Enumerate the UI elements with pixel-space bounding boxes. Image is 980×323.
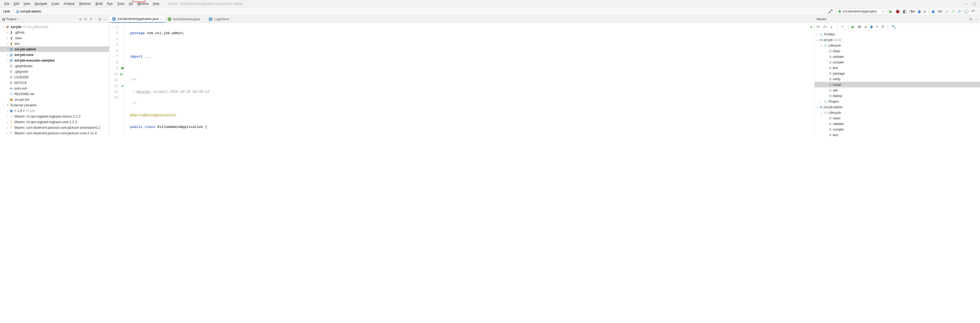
stop-icon[interactable]: ■ — [924, 10, 926, 14]
tree-folder-idea[interactable]: ›▮.idea — [0, 35, 109, 41]
debug-icon[interactable]: 🐞 — [895, 9, 900, 14]
reload-icon[interactable]: ⟳ — [817, 25, 820, 29]
close-icon[interactable]: × — [202, 17, 203, 21]
tree-jdk[interactable]: ›▣< 1.8 >D:\jdk — [0, 108, 109, 114]
maven-goal-validate[interactable]: ✿validate — [815, 121, 980, 127]
maven-root[interactable]: ⌄mxxl-job(root) — [815, 37, 980, 43]
maven-goal-validate[interactable]: ✿validate — [815, 54, 980, 59]
editor-tab-login-service[interactable]: C LoginServi — [206, 16, 232, 23]
maven-plugins[interactable]: ›🗀Plugins — [815, 98, 980, 104]
tree-folder-github[interactable]: ›▮.github — [0, 30, 109, 35]
maven-goal-site[interactable]: ✿site — [815, 87, 980, 93]
code-content[interactable]: package com.xxl.job.admin; import ... /*… — [125, 23, 814, 136]
build-icon[interactable]: 🔨 — [828, 9, 833, 14]
project-tree[interactable]: ⌄▣ xxl-job D:\xxl_job\xxl-job ›▮.github … — [0, 23, 109, 136]
run-icon[interactable]: ▶ — [889, 9, 892, 14]
tree-lib[interactable]: ›⫴Maven: ch.qos.logback:logback-core:1.2… — [0, 119, 109, 125]
maven-goal-verify[interactable]: ✿verify — [815, 76, 980, 82]
menu-file[interactable]: FFileile — [2, 0, 11, 8]
tree-file-iml[interactable]: ▣xxl-job.iml — [0, 97, 109, 102]
tree-file-notice[interactable]: 🗎NOTICE — [0, 80, 109, 86]
generate-sources-icon[interactable]: 🗀 — [823, 25, 827, 29]
run-config-selector[interactable]: ⬢ XxlJobAdminApplication ▾ — [836, 8, 887, 14]
download-sources-icon[interactable]: ⤓ — [830, 25, 833, 29]
maven-goal-install[interactable]: ✿install — [815, 82, 980, 87]
close-icon[interactable]: × — [160, 17, 162, 21]
tree-file-license[interactable]: 🗎LICENSE — [0, 74, 109, 80]
maven-goal-clean[interactable]: ✿clean — [815, 48, 980, 54]
tree-folder-admin[interactable]: ›▧xxl-job-admin — [0, 46, 109, 52]
collapse-all-icon[interactable]: ⇵ — [90, 17, 92, 21]
maven-goal-clean[interactable]: ✿clean — [815, 116, 980, 121]
breadcrumb-root[interactable]: l-job — [2, 9, 11, 14]
code-editor[interactable]: 1 2 3 5 6 7 8 9 10 11 12 15 16 ⬢ ◐▸ — [110, 23, 814, 136]
maven-goal-compile[interactable]: ✿compile — [815, 127, 980, 132]
editor-gutter[interactable]: 1 2 3 5 6 7 8 9 10 11 12 15 16 ⬢ ◐▸ — [110, 23, 125, 136]
menu-refactor[interactable]: RefactorRefactor — [77, 0, 93, 8]
rollback-icon[interactable]: ↶ — [972, 9, 975, 14]
expand-all-icon[interactable]: ⇅ — [84, 17, 87, 21]
editor-tab-job-service[interactable]: I XxlJobService.java × — [165, 16, 206, 23]
offline-mode-icon[interactable]: ◉ — [870, 25, 873, 29]
toggle-skip-tests-icon[interactable]: ⟂ — [864, 25, 867, 29]
gutter-run-main-icon[interactable]: ▶ — [120, 83, 124, 89]
window-minimize-icon[interactable]: — — [964, 2, 968, 6]
maven-module-admin[interactable]: ⌄mxxl-job-admin — [815, 104, 980, 110]
tree-lib[interactable]: ›⫴Maven: com.fasterxml.jackson.core:jack… — [0, 130, 109, 136]
maven-goal-deploy[interactable]: ✿deploy — [815, 93, 980, 98]
hide-icon[interactable]: — — [104, 17, 107, 21]
maven-goal-package[interactable]: ✿package — [815, 71, 980, 76]
tree-file-readme[interactable]: ▭README.md — [0, 91, 109, 97]
editor-tab-admin-app[interactable]: C XxlJobAdminApplication.java × — [110, 16, 165, 23]
execute-goal-icon[interactable]: m — [858, 25, 861, 29]
tree-file-gitignore[interactable]: 🗎.gitignore — [0, 69, 109, 74]
coverage-icon[interactable]: ◧ — [903, 9, 907, 14]
services-icon[interactable]: ◉ — [918, 9, 921, 14]
tree-folder-doc[interactable]: ›▮doc — [0, 41, 109, 46]
settings-icon[interactable]: ✿ — [969, 17, 972, 21]
dashboard-icon[interactable]: ◉ — [931, 9, 935, 14]
show-deps-icon[interactable]: ⫵ — [876, 24, 878, 29]
hide-icon[interactable]: — — [975, 17, 978, 21]
maven-lifecycle[interactable]: ⌄🗀Lifecycle — [815, 43, 980, 48]
maven-tree[interactable]: ›🗀Profiles ⌄mxxl-job(root) ⌄🗀Lifecycle ✿… — [815, 30, 980, 136]
menu-run[interactable]: RunRun — [105, 0, 115, 8]
maven-goal-compile[interactable]: ✿compile — [815, 59, 980, 65]
gutter-run-class-icon[interactable]: ◐▸ — [120, 71, 124, 77]
maven-goal-test[interactable]: ✿test — [815, 132, 980, 136]
maven-settings-icon[interactable]: 🔧 — [891, 25, 896, 29]
tree-file-gitattributes[interactable]: 🗎.gitattributes — [0, 63, 109, 69]
tree-lib[interactable]: ›⫴Maven: com.fasterxml.jackson.core:jack… — [0, 125, 109, 130]
menu-build[interactable]: BuildBuild — [93, 0, 105, 8]
breadcrumb-module[interactable]: ▧ xxl-job-admin — [15, 9, 42, 14]
push-icon[interactable]: ↗ — [958, 9, 961, 14]
menu-view[interactable]: ViewView — [21, 0, 33, 8]
menu-help[interactable]: HelpHelp — [151, 0, 162, 8]
update-project-icon[interactable]: ✓ — [945, 9, 949, 14]
select-opened-file-icon[interactable]: ⊕ — [79, 17, 82, 21]
maven-profiles[interactable]: ›🗀Profiles — [815, 32, 980, 37]
tree-folder-core[interactable]: ›▧xxl-job-core — [0, 52, 109, 57]
window-maximize-icon[interactable]: ▢ — [973, 2, 976, 6]
maven-lifecycle-admin[interactable]: ⌄🗀Lifecycle — [815, 110, 980, 116]
history-icon[interactable]: 🕘 — [964, 9, 969, 14]
tree-lib[interactable]: ›⫴Maven: ch.qos.logback:logback-classic:… — [0, 114, 109, 119]
commit-icon[interactable]: ✓ — [951, 9, 955, 14]
tree-external-libraries[interactable]: ⌄⫴External Libraries — [0, 102, 109, 108]
menu-analyze[interactable]: Analyze — [61, 0, 77, 8]
maven-goal-test[interactable]: ✿test — [815, 65, 980, 71]
inspection-ok-icon[interactable]: ✔ — [810, 25, 813, 30]
menu-tools[interactable]: ToolsTools — [115, 0, 127, 8]
project-view-combo[interactable]: ▤ Project ▾ — [2, 17, 18, 21]
tree-file-pom[interactable]: mpom.xml — [0, 86, 109, 91]
tree-folder-samples[interactable]: ›▧xxl-job-executor-samples — [0, 57, 109, 63]
add-project-icon[interactable]: ＋ — [841, 24, 845, 29]
menu-code[interactable]: CodeCode — [49, 0, 61, 8]
run-maven-icon[interactable]: ▶ — [852, 25, 854, 29]
menu-edit[interactable]: EditEdit — [11, 0, 21, 8]
tree-root[interactable]: ⌄▣ xxl-job D:\xxl_job\xxl-job — [0, 24, 109, 30]
gutter-run-icon[interactable]: ⬢ — [120, 66, 124, 71]
profile-icon[interactable]: ◔▾ — [909, 9, 915, 14]
settings-icon[interactable]: ✿ — [99, 17, 101, 21]
menu-navigate[interactable]: NavigateNavigate — [33, 0, 49, 8]
